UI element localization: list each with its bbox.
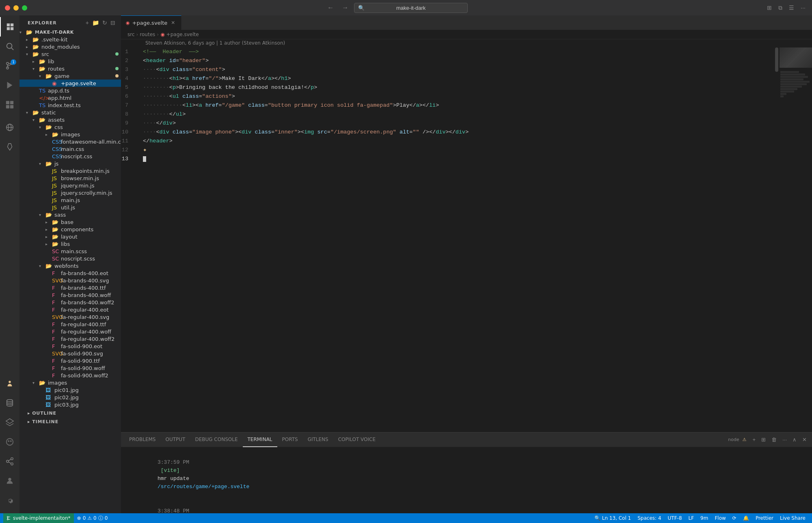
tree-item-fa-brands-woff[interactable]: ▸ F fa-brands-400.woff [19, 291, 121, 299]
tree-item-breakpoints[interactable]: ▸ JS breakpoints.min.js [19, 167, 121, 174]
tree-item-libs[interactable]: ▸ 📂 libs [19, 240, 121, 248]
tree-item-browser[interactable]: ▸ JS browser.min.js [19, 174, 121, 182]
status-time-ago[interactable]: 9m [697, 513, 711, 523]
status-spaces[interactable]: Spaces: 4 [634, 513, 664, 523]
tree-item-app-d-ts[interactable]: ▸ TS app.d.ts [19, 87, 121, 94]
tab-ports[interactable]: PORTS [277, 433, 303, 447]
collapse-all-button[interactable]: ⊟ [110, 19, 116, 27]
accounts-icon[interactable] [0, 471, 19, 491]
tree-item-fa-solid-ttf[interactable]: ▸ F fa-solid-900.ttf [19, 357, 121, 364]
close-button[interactable] [5, 5, 10, 11]
tree-item-util-js[interactable]: ▸ JS util.js [19, 204, 121, 211]
tree-item-index-test-ts[interactable]: ▸ TS index.test.ts [19, 101, 121, 109]
status-prettier[interactable]: Prettier [752, 513, 777, 523]
tree-item-main-js[interactable]: ▸ JS main.js [19, 196, 121, 204]
status-bell[interactable]: 🔔 [740, 513, 752, 523]
layers-icon[interactable] [0, 413, 19, 432]
tree-item-routes[interactable]: ▾ 📂 routes [19, 65, 121, 72]
tree-item-fa-solid-woff2[interactable]: ▸ F fa-solid-900.woff2 [19, 372, 121, 379]
more-panel-button[interactable]: ··· [780, 435, 789, 444]
timeline-section[interactable]: ▸ TIMELINE [19, 417, 121, 425]
status-encoding[interactable]: UTF-8 [665, 513, 685, 523]
tree-item-js[interactable]: ▾ 📂 js [19, 160, 121, 167]
remote-icon[interactable] [0, 118, 19, 137]
tab-gitlens[interactable]: GITLENS [303, 433, 333, 447]
tree-item-pic03[interactable]: ▸ 🖼 pic03.jpg [19, 401, 121, 408]
tree-item-fa-regular-woff2[interactable]: ▸ F fa-regular-400.woff2 [19, 335, 121, 342]
tree-item-assets[interactable]: ▾ 📂 assets [19, 116, 121, 123]
tree-item-src[interactable]: ▾ 📂 src [19, 50, 121, 58]
tree-root-folder[interactable]: ▾ 📂 MAKE-IT-DARK [19, 28, 121, 36]
tree-item-layout[interactable]: ▸ 📂 layout [19, 233, 121, 240]
nav-forward-button[interactable]: → [339, 3, 351, 12]
new-file-button[interactable]: + [85, 19, 90, 27]
tree-item-noscript-scss[interactable]: ▸ SC noscript.scss [19, 255, 121, 262]
tab-problems[interactable]: PROBLEMS [124, 433, 161, 447]
tree-item-main-scss[interactable]: ▸ SC main.scss [19, 248, 121, 255]
tree-item-jquery-scrolly[interactable]: ▸ JS jquery.scrolly.min.js [19, 189, 121, 196]
tree-item-fa-brands-ttf[interactable]: ▸ F fa-brands-400.ttf [19, 284, 121, 291]
panel-close-button[interactable]: ✕ [800, 435, 809, 444]
tree-item-fa-solid-eot[interactable]: ▸ F fa-solid-900.eot [19, 342, 121, 350]
tab-debug-console[interactable]: DEBUG CONSOLE [190, 433, 242, 447]
nav-back-button[interactable]: ← [325, 3, 336, 12]
tree-item-fontawesome[interactable]: ▸ CSS fontawesome-all.min.css [19, 138, 121, 145]
tree-item-fa-regular-ttf[interactable]: ▸ F fa-regular-400.ttf [19, 321, 121, 328]
code-editor[interactable]: 1 2 3 4 5 6 7 8 9 10 11 12 13 [121, 47, 774, 432]
more-button[interactable]: ··· [799, 4, 807, 12]
minimize-button[interactable] [13, 5, 19, 11]
scrollbar-thumb[interactable] [775, 47, 778, 72]
tree-item-fa-regular-svg[interactable]: ▸ SVG fa-regular-400.svg [19, 313, 121, 321]
layout-button[interactable]: ⊞ [765, 4, 773, 12]
tree-item-page-svelte[interactable]: ▸ ◉ +page.svelte [19, 80, 121, 87]
tree-item-app-html[interactable]: ▸ </> app.html [19, 94, 121, 101]
tree-item-images-css[interactable]: ▸ 📂 images [19, 131, 121, 138]
breadcrumb-file[interactable]: +page.svelte [166, 32, 199, 37]
tree-item-game[interactable]: ▾ 📂 game [19, 72, 121, 80]
add-terminal-button[interactable]: + [751, 435, 758, 444]
extensions-icon[interactable] [0, 95, 19, 114]
tree-item-images-root[interactable]: ▾ 📂 images [19, 379, 121, 386]
split-button[interactable]: ⧉ [777, 4, 784, 12]
search-activity-icon[interactable] [0, 37, 19, 56]
live-share-icon[interactable] [0, 452, 19, 471]
panel-chevron-up-button[interactable]: ∧ [790, 435, 799, 444]
tree-item-noscript-css[interactable]: ▸ CSS noscript.css [19, 153, 121, 160]
maximize-button[interactable] [22, 5, 27, 11]
status-errors[interactable]: ⊗ 0 ⚠ 0 ⓘ 0 [74, 513, 111, 523]
tab-output[interactable]: OUTPUT [161, 433, 190, 447]
status-live-share[interactable]: Live Share [777, 513, 809, 523]
status-line-ending[interactable]: LF [685, 513, 698, 523]
testing-icon[interactable] [0, 137, 19, 157]
tree-item-fa-regular-eot[interactable]: ▸ F fa-regular-400.eot [19, 306, 121, 313]
settings-icon[interactable] [0, 491, 19, 510]
search-input[interactable] [354, 3, 468, 13]
tab-terminal[interactable]: TERMINAL [243, 433, 277, 447]
tree-item-svelte-kit[interactable]: ▸ 📂 .svelte-kit [19, 36, 121, 43]
tree-item-pic01[interactable]: ▸ 🖼 pic01.jpg [19, 386, 121, 394]
tab-close-button[interactable]: ✕ [170, 19, 176, 26]
outline-section[interactable]: ▸ OUTLINE [19, 408, 121, 417]
tree-item-base[interactable]: ▸ 📂 base [19, 218, 121, 226]
tree-item-fa-brands-svg[interactable]: ▸ SVG fa-brands-400.svg [19, 277, 121, 284]
tree-item-static[interactable]: ▾ 📂 static [19, 109, 121, 116]
split-terminal-button[interactable]: ⊞ [759, 435, 768, 444]
tree-item-fa-brands-woff2[interactable]: ▸ F fa-brands-400.woff2 [19, 299, 121, 306]
tree-item-lib[interactable]: ▸ 📂 lib [19, 58, 121, 65]
run-debug-icon[interactable] [0, 75, 19, 95]
tree-item-fa-brands-eot[interactable]: ▸ F fa-brands-400.eot [19, 269, 121, 277]
source-control-icon[interactable]: 1 [0, 56, 19, 75]
tree-item-css[interactable]: ▾ 📂 css [19, 123, 121, 131]
scrollbar-track[interactable] [774, 47, 780, 432]
tab-copilot-voice[interactable]: COPILOT VOICE [333, 433, 380, 447]
tree-item-fa-solid-svg[interactable]: ▸ SVG fa-solid-900.svg [19, 350, 121, 357]
refresh-button[interactable]: ↻ [102, 19, 108, 27]
status-git[interactable]: svelte-implementaiton* [3, 513, 74, 523]
tree-item-fa-solid-woff[interactable]: ▸ F fa-solid-900.woff [19, 364, 121, 372]
tab-page-svelte[interactable]: ◉ +page.svelte ✕ [121, 15, 181, 30]
tree-item-sass[interactable]: ▾ 📂 sass [19, 211, 121, 218]
tree-item-node-modules[interactable]: ▸ 📂 node_modules [19, 43, 121, 50]
explorer-icon[interactable] [0, 17, 19, 37]
tree-item-fa-regular-woff[interactable]: ▸ F fa-regular-400.woff [19, 328, 121, 335]
breadcrumb-routes[interactable]: routes [140, 32, 155, 37]
